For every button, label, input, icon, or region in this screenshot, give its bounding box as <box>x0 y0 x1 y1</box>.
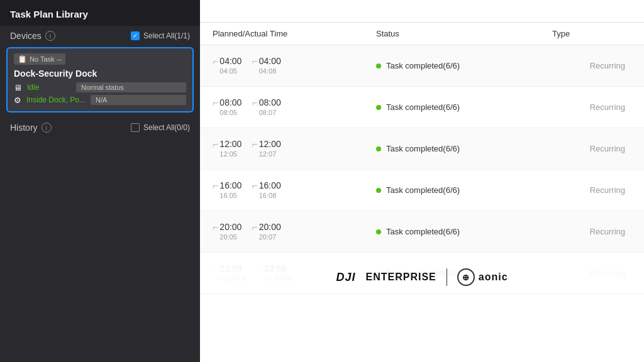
planned-time-block: ⌐ 12:00 12:05 <box>213 138 242 158</box>
actual-time-sub: 16:08 <box>259 191 281 200</box>
actual-time-sub: 08:07 <box>259 108 281 117</box>
sidebar-title: Task Plan Library <box>0 0 200 26</box>
planned-time-sub: 20:05 <box>219 233 242 241</box>
actual-bracket: ⌐ <box>252 181 257 191</box>
table-row[interactable]: ⌐ 20:00 20:05 ⌐ 20:00 20:07 Task complet… <box>200 211 644 253</box>
aonic-icon: ⊕ <box>457 268 475 286</box>
actual-time-block: ⌐ 12:00 12:07 <box>252 138 280 158</box>
actual-time-block: ⌐ 08:00 08:07 <box>252 97 280 117</box>
time-cell: ⌐ 20:00 20:05 ⌐ 20:00 20:07 <box>213 214 376 249</box>
select-all-history-checkbox[interactable] <box>131 123 140 132</box>
idle-icon: 🖥 <box>14 83 22 92</box>
planned-time-block: ⌐ 20:00 20:05 <box>213 221 242 241</box>
inside-dock-icon: ⚙ <box>14 96 21 105</box>
actual-time-sub: 04:08 <box>259 67 281 75</box>
status-dot <box>376 105 381 110</box>
actual-bracket: ⌐ <box>252 140 257 150</box>
inside-dock-label: Inside Dock, Po... <box>26 96 86 104</box>
planned-bracket: ⌐ <box>213 222 218 233</box>
actual-time-main: 12:00 <box>259 138 281 150</box>
actual-bracket: ⌐ <box>252 57 257 67</box>
status-cell: Task completed(6/6) <box>376 144 552 153</box>
aonic-text: aonic <box>479 272 508 283</box>
actual-bracket: ⌐ <box>252 98 257 108</box>
actual-time-block: ⌐ 04:00 04:08 <box>252 55 280 75</box>
history-label: History i <box>10 123 52 133</box>
planned-time-main: 04:00 <box>219 55 242 67</box>
planned-bracket: ⌐ <box>213 181 218 191</box>
status-text: Task completed(6/6) <box>386 144 460 153</box>
col-header-time: Planned/Actual Time <box>213 29 376 38</box>
planned-bracket: ⌐ <box>213 140 218 150</box>
table-row[interactable]: ⌐ 16:00 16:05 ⌐ 16:00 16:08 Task complet… <box>200 170 644 211</box>
enterprise-label: ENTERPRISE <box>365 272 436 283</box>
table-row[interactable]: ⌐ 12:00 12:05 ⌐ 12:00 12:07 Task complet… <box>200 128 644 170</box>
history-section-header: History i Select All(0/0) <box>0 118 200 136</box>
actual-time-main: 08:00 <box>259 97 281 108</box>
history-info-icon[interactable]: i <box>42 123 52 133</box>
actual-time-main: 20:00 <box>259 221 281 233</box>
time-cell: ⌐ 12:00 12:05 ⌐ 12:00 12:07 <box>213 131 376 166</box>
devices-text: Devices <box>10 31 42 41</box>
table-header: Planned/Actual Time Status Type <box>200 23 644 45</box>
status-cell: Task completed(6/6) <box>376 61 552 70</box>
actual-time-block: ⌐ 20:00 20:07 <box>252 221 280 241</box>
planned-time-sub: 12:05 <box>219 150 242 158</box>
type-cell: Recurring <box>552 102 631 112</box>
time-cell: ⌐ 16:00 16:05 ⌐ 16:00 16:08 <box>213 172 376 207</box>
idle-status-value: Normal status <box>76 82 186 92</box>
planned-time-main: 20:00 <box>219 221 242 233</box>
device-card[interactable]: 📋 No Task -- Dock-Security Dock 🖥 Idle N… <box>6 47 194 112</box>
devices-info-icon[interactable]: i <box>45 31 55 41</box>
idle-label: Idle <box>27 83 71 92</box>
aonic-logo: ⊕ aonic <box>457 268 508 286</box>
task-icon: 📋 <box>18 55 27 63</box>
brand-bar: DJI ENTERPRISE ⊕ aonic <box>200 261 644 293</box>
actual-time-main: 16:00 <box>259 180 281 191</box>
select-all-devices-checkbox[interactable] <box>131 31 140 40</box>
actual-time-sub: 20:07 <box>259 233 281 241</box>
idle-stat-row: 🖥 Idle Normal status <box>14 82 186 92</box>
type-cell: Recurring <box>552 227 631 236</box>
planned-time-main: 12:00 <box>219 138 242 150</box>
planned-time-sub: 16:05 <box>219 191 242 200</box>
status-text: Task completed(6/6) <box>386 185 460 195</box>
type-cell: Recurring <box>552 144 631 153</box>
inside-dock-stat-row: ⚙ Inside Dock, Po... N/A <box>14 95 186 105</box>
actual-time-block: ⌐ 16:00 16:08 <box>252 180 280 200</box>
status-cell: Task completed(6/6) <box>376 227 552 236</box>
status-dot <box>376 63 381 69</box>
planned-bracket: ⌐ <box>213 57 218 67</box>
table-row[interactable]: ⌐ 04:00 04:05 ⌐ 04:00 04:08 Task complet… <box>200 45 644 87</box>
inside-dock-value: N/A <box>91 95 186 105</box>
planned-bracket: ⌐ <box>213 98 218 108</box>
device-card-title-row: 📋 No Task -- <box>14 53 186 65</box>
status-cell: Task completed(6/6) <box>376 102 552 112</box>
device-name: Dock-Security Dock <box>14 69 186 79</box>
planned-time-block: ⌐ 16:00 16:05 <box>213 180 242 200</box>
table-row[interactable]: ⌐ 23:59 +1 00:04 ⌐ 23:59 +1 00:06 Task c… <box>200 253 644 294</box>
select-all-history-text: Select All(0/0) <box>143 123 190 132</box>
actual-time-main: 04:00 <box>259 55 281 67</box>
status-text: Task completed(6/6) <box>386 61 460 70</box>
status-cell: Task completed(6/6) <box>376 185 552 195</box>
no-task-label: No Task <box>30 55 55 63</box>
devices-section-header: Devices i Select All(1/1) <box>0 26 200 45</box>
table-body: ⌐ 04:00 04:05 ⌐ 04:00 04:08 Task complet… <box>200 45 644 362</box>
type-cell: Recurring <box>552 185 631 195</box>
table-row[interactable]: ⌐ 08:00 08:05 ⌐ 08:00 08:07 Task complet… <box>200 87 644 128</box>
device-stats: 🖥 Idle Normal status ⚙ Inside Dock, Po..… <box>14 82 186 105</box>
status-dot <box>376 188 381 193</box>
actual-time-sub: 12:07 <box>259 150 281 158</box>
planned-time-main: 08:00 <box>219 97 242 108</box>
task-badge: 📋 No Task -- <box>14 53 65 65</box>
select-all-devices-label[interactable]: Select All(1/1) <box>131 31 190 40</box>
status-text: Task completed(6/6) <box>386 102 460 112</box>
dji-logo: DJI <box>336 271 355 284</box>
status-dot <box>376 229 381 234</box>
time-cell: ⌐ 08:00 08:05 ⌐ 08:00 08:07 <box>213 89 376 124</box>
planned-time-sub: 08:05 <box>219 108 242 117</box>
actual-bracket: ⌐ <box>252 222 257 233</box>
col-header-type: Type <box>552 29 631 38</box>
select-all-history-label[interactable]: Select All(0/0) <box>131 123 190 132</box>
